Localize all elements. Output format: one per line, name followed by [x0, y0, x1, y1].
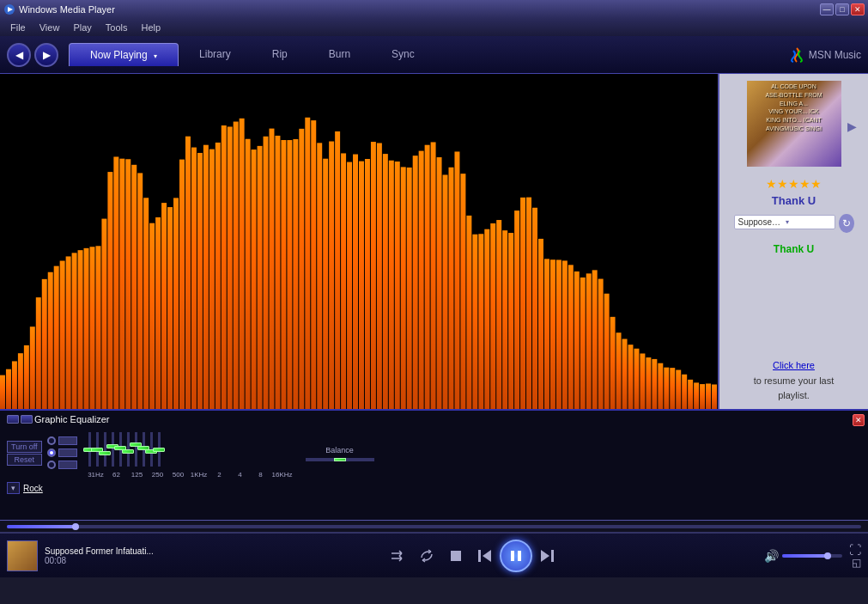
eq-band-5[interactable] — [127, 428, 130, 471]
stop-button[interactable] — [443, 543, 469, 569]
svg-marker-8 — [541, 550, 549, 562]
nav-bar: ◀ ▶ Now Playing ▾ Library Rip Burn Sync … — [0, 36, 868, 74]
balance-thumb — [334, 458, 346, 461]
msn-logo — [788, 46, 805, 64]
menu-play[interactable]: Play — [66, 19, 98, 36]
svg-rect-5 — [511, 551, 514, 561]
visualizer — [0, 74, 718, 409]
viz-canvas — [0, 74, 718, 409]
eq-title: Graphic Equalizer — [34, 414, 109, 424]
menu-file[interactable]: File — [3, 19, 33, 36]
msn-label: MSN Music — [809, 49, 861, 61]
star-rating: ★★★★★ — [766, 177, 822, 191]
volume-icon[interactable]: 🔊 — [764, 549, 779, 563]
album-track-row: Supposed Former Inf... ▾ ↻ — [734, 214, 854, 233]
msn-area[interactable]: MSN Music — [788, 46, 861, 64]
eq-sliders-row — [86, 428, 292, 471]
tab-library[interactable]: Library — [179, 43, 252, 66]
resume-text: to resume your lastplaylist. — [754, 374, 835, 402]
app-icon — [3, 3, 15, 15]
svg-marker-4 — [483, 550, 491, 562]
menu-help[interactable]: Help — [134, 19, 167, 36]
eq-band-2[interactable] — [104, 428, 106, 471]
preset-dropdown-button[interactable]: ▾ — [7, 482, 20, 494]
shuffle-button[interactable] — [385, 543, 410, 569]
radio-dot-1 — [47, 436, 56, 445]
track-info: Supposed Former Infatuati... 00:08 — [45, 546, 173, 565]
turn-off-button[interactable]: Turn off — [7, 441, 42, 453]
transport-time: 00:08 — [45, 556, 173, 565]
tab-sync[interactable]: Sync — [371, 43, 435, 66]
eq-radio-3[interactable] — [47, 460, 77, 470]
tab-rip[interactable]: Rip — [252, 43, 308, 66]
eq-link-1 — [58, 436, 77, 445]
prev-button[interactable] — [472, 543, 498, 569]
svg-rect-7 — [551, 550, 554, 562]
transport-track-name: Supposed Former Infatuati... — [45, 546, 173, 556]
reset-button[interactable]: Reset — [7, 454, 42, 466]
eq-close-button[interactable]: ✕ — [853, 414, 865, 426]
balance-label: Balance — [325, 446, 354, 455]
back-button[interactable]: ◀ — [7, 43, 31, 67]
album-dropdown[interactable]: Supposed Former Inf... ▾ — [734, 215, 835, 229]
close-button[interactable]: ✕ — [851, 3, 865, 15]
click-here-link[interactable]: Click here — [773, 360, 815, 370]
repeat-button[interactable]: ↻ — [839, 214, 854, 233]
transport-album-art — [7, 540, 38, 571]
forward-button[interactable]: ▶ — [34, 43, 58, 67]
dropdown-arrow-icon: ▾ — [786, 218, 831, 226]
seek-track[interactable] — [7, 525, 861, 528]
album-art: AL CODE UPONASE-BOTTLE FROMELING A...VIN… — [747, 81, 841, 167]
balance-slider[interactable] — [306, 458, 374, 461]
main-content: AL CODE UPONASE-BOTTLE FROMELING A...VIN… — [0, 74, 868, 409]
svg-rect-6 — [518, 551, 521, 561]
nav-tabs: Now Playing ▾ Library Rip Burn Sync — [69, 43, 788, 66]
volume-slider[interactable] — [782, 554, 842, 558]
fullscreen-button[interactable]: ⛶ — [849, 543, 861, 557]
eq-panel: Graphic Equalizer ✕ Turn off Reset — [0, 409, 868, 521]
eq-link-2 — [58, 448, 77, 457]
title-bar-text: Windows Media Player — [19, 4, 818, 15]
tab-arrow: ▾ — [154, 52, 157, 60]
track-name-panel: Thank U — [774, 243, 814, 255]
eq-sliders-area: 31Hz 62 125 250 500 1KHz 2 4 8 16KHz — [86, 428, 292, 479]
minimize-button[interactable]: — — [820, 3, 834, 15]
eq-labels: 31Hz 62 125 250 500 1KHz 2 4 8 16KHz — [86, 471, 292, 479]
album-overlay-text: AL CODE UPONASE-BOTTLE FROMELING A...VIN… — [749, 82, 840, 133]
play-pause-button[interactable] — [500, 540, 532, 572]
eq-radio-2[interactable] — [47, 448, 77, 458]
svg-rect-2 — [451, 551, 461, 561]
window-controls: ⛶ ◱ — [849, 543, 861, 569]
eq-controls-row: Turn off Reset — [7, 428, 861, 479]
preset-name[interactable]: Rock — [23, 484, 43, 493]
title-bar: Windows Media Player — □ ✕ — [0, 0, 868, 19]
seek-bar-area[interactable] — [0, 521, 868, 533]
track-title-panel: Thank U — [772, 194, 816, 207]
eq-min-button[interactable] — [7, 415, 19, 424]
right-panel: AL CODE UPONASE-BOTTLE FROMELING A...VIN… — [718, 74, 868, 409]
album-art-content: AL CODE UPONASE-BOTTLE FROMELING A...VIN… — [747, 81, 841, 167]
eq-radio-1[interactable] — [47, 436, 77, 446]
transport-controls — [187, 540, 757, 572]
next-track-button[interactable]: ▶ — [847, 119, 857, 133]
menu-tools[interactable]: Tools — [99, 19, 135, 36]
eq-titlebar: Graphic Equalizer ✕ — [7, 414, 861, 424]
seek-progress — [7, 525, 76, 528]
miniplayer-button[interactable]: ◱ — [852, 557, 861, 569]
svg-rect-3 — [478, 550, 481, 562]
eq-preset-row: ▾ Rock — [7, 482, 861, 494]
next-button[interactable] — [534, 543, 560, 569]
eq-band-9[interactable] — [158, 428, 161, 471]
tab-burn[interactable]: Burn — [308, 43, 371, 66]
radio-dot-2 — [47, 448, 56, 457]
radio-dot-3 — [47, 461, 56, 469]
maximize-button[interactable]: □ — [835, 3, 849, 15]
menu-view[interactable]: View — [33, 19, 67, 36]
tab-now-playing[interactable]: Now Playing ▾ — [69, 43, 179, 66]
eq-band-1[interactable] — [96, 428, 99, 471]
repeat-transport-button[interactable] — [414, 543, 440, 569]
volume-thumb — [824, 552, 831, 559]
eq-max-button[interactable] — [21, 415, 33, 424]
eq-power-group: Turn off Reset — [7, 441, 42, 467]
volume-progress — [782, 554, 828, 558]
